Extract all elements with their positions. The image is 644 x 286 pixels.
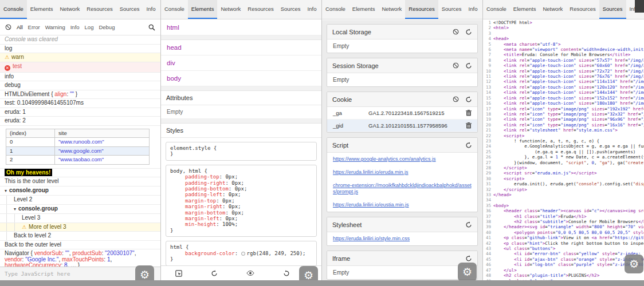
style-property-name: padding-left: [185, 192, 222, 197]
line-number: 20: [483, 122, 493, 128]
tab-sources[interactable]: Sources: [438, 0, 465, 19]
resource-link[interactable]: https://www.google-analytics.com/analyti…: [327, 153, 477, 166]
style-rule-close: }: [170, 151, 312, 157]
tab-sources[interactable]: Sources: [599, 0, 626, 19]
source-code: </script>: [493, 187, 644, 192]
log-segment: test: 0.10499998461455107ms: [5, 100, 84, 106]
tab-network[interactable]: Network: [539, 0, 566, 19]
line-number: 39: [483, 224, 493, 229]
element-node-head[interactable]: head: [161, 40, 321, 55]
refresh-icon[interactable]: [465, 221, 472, 228]
eruda-settings-button[interactable]: ⚙: [458, 263, 477, 281]
restore-icon[interactable]: [283, 270, 290, 277]
element-node-div[interactable]: div: [161, 55, 321, 71]
filter-log[interactable]: Log: [85, 24, 94, 30]
source-code: <meta charset="utf-8">: [493, 42, 644, 47]
tab-info[interactable]: Info: [304, 0, 320, 19]
tab-elements[interactable]: Elements: [510, 0, 540, 19]
log-segment: test: [13, 63, 22, 69]
resource-link[interactable]: https://eruda.liriliri.io/eustia.min.js: [327, 198, 477, 212]
tab-snippets[interactable]: Snippets: [159, 0, 160, 19]
tab-snippets[interactable]: Snippets: [320, 0, 321, 19]
console-row-group[interactable]: ▾console.group: [0, 186, 160, 196]
resource-card-title: Script: [332, 142, 348, 149]
source-code: <head>: [493, 36, 644, 41]
source-code: <polygon points="0,0 0,5 80,5 80,0 60,5 …: [493, 230, 644, 235]
style-property: background-color: rgb(248, 249, 250);: [170, 251, 312, 256]
source-line: 8 <link rel="apple-touch-icon" sizes="57…: [483, 58, 644, 63]
element-node-body[interactable]: body: [161, 71, 321, 86]
source-code: <link rel="apple-touch-icon" sizes="120x…: [493, 85, 644, 90]
style-property: padding-top: 0px;: [170, 174, 312, 180]
log-segment: debug: [5, 82, 21, 88]
console-row-log: test: 0.10499998461455107ms: [0, 99, 160, 108]
filter-info[interactable]: Info: [70, 24, 80, 30]
console-row-group[interactable]: ▾console.group: [0, 205, 160, 214]
eruda-devtools-screens: ConsoleElementsNetworkResourcesSourcesIn…: [0, 0, 644, 286]
element-node-html[interactable]: html: [161, 20, 321, 35]
line-number: 3: [483, 31, 493, 36]
tab-resources[interactable]: Resources: [244, 0, 277, 19]
refresh-icon[interactable]: [211, 270, 218, 277]
delete-cookie-icon[interactable]: [466, 110, 472, 116]
console-row-cleared: Console was cleared: [0, 35, 160, 45]
source-code: e.GoogleAnalyticsObject = g, e.ga = e.ga…: [493, 144, 644, 149]
toggle-visibility-icon[interactable]: [246, 271, 254, 276]
log-segment: Level 3: [22, 214, 40, 221]
resource-card-cookie: Cookie_gaGA1.2.701223418.1567519215_gidG…: [327, 92, 478, 133]
clear-icon[interactable]: [453, 29, 459, 35]
bottom-strip: [0, 280, 644, 286]
refresh-icon[interactable]: [465, 96, 472, 103]
tab-sources[interactable]: Sources: [277, 0, 304, 19]
line-number: 17: [483, 106, 493, 112]
table-row: 2"www.taobao.com": [6, 156, 150, 165]
tab-bar: ConsoleElementsNetworkResourcesSourcesIn…: [483, 0, 644, 19]
tab-network[interactable]: Network: [378, 0, 405, 19]
tab-elements[interactable]: Elements: [349, 0, 379, 19]
resource-card-header: Cookie: [327, 92, 477, 107]
source-line: 20 <link rel="icon" type="image/png" siz…: [483, 122, 644, 128]
refresh-icon[interactable]: [465, 255, 472, 262]
tab-network[interactable]: Network: [56, 0, 83, 19]
clear-icon[interactable]: [453, 62, 459, 69]
source-code: <link rel="apple-touch-icon" sizes="152x…: [493, 96, 644, 101]
tab-resources[interactable]: Resources: [405, 0, 438, 19]
tab-elements[interactable]: Elements: [188, 0, 218, 19]
tab-elements[interactable]: Elements: [27, 0, 57, 19]
table-header-row: (index)site: [6, 129, 150, 138]
tab-sources[interactable]: Sources: [116, 0, 143, 19]
clear-icon[interactable]: [453, 96, 459, 102]
filter-debug[interactable]: Debug: [99, 24, 115, 30]
refresh-icon[interactable]: [465, 62, 472, 69]
delete-cookie-icon[interactable]: [466, 122, 472, 129]
tab-console[interactable]: Console: [161, 0, 188, 19]
search-icon[interactable]: [148, 24, 155, 31]
tab-network[interactable]: Network: [217, 0, 244, 19]
resource-link[interactable]: https://eruda.liriliri.io/eruda.min.js: [327, 166, 477, 179]
source-line: 9 <link rel="apple-touch-icon" sizes="60…: [483, 63, 644, 68]
tab-snippets[interactable]: Snippets: [481, 0, 482, 19]
tab-console[interactable]: Console: [322, 0, 349, 19]
clear-console-icon[interactable]: [5, 24, 11, 30]
tab-resources[interactable]: Resources: [83, 0, 116, 19]
line-number: 31: [483, 181, 493, 186]
refresh-icon[interactable]: [465, 29, 472, 35]
tab-info[interactable]: Info: [465, 0, 481, 19]
select-element-icon[interactable]: [175, 270, 182, 277]
resource-link[interactable]: chrome-extension://mooikfkahbdckldjindio…: [327, 179, 477, 198]
refresh-icon[interactable]: [465, 142, 472, 149]
elements-body: htmlheaddivbodyAttributesEmptyStyleselem…: [161, 20, 321, 280]
tab-console[interactable]: Console: [0, 0, 27, 19]
filter-error[interactable]: Error: [28, 24, 40, 30]
console-row-log: Navigator { vendorSub: "", productSub: "…: [0, 249, 160, 267]
resource-link[interactable]: https://eruda.liriliri.io/style.min.css: [327, 232, 477, 245]
eruda-settings-button[interactable]: ⚙: [625, 255, 643, 273]
tab-resources[interactable]: Resources: [566, 0, 599, 19]
filter-all[interactable]: All: [17, 24, 23, 30]
filter-warning[interactable]: Warning: [45, 24, 65, 30]
line-number: 10: [483, 69, 493, 74]
tab-info[interactable]: Info: [143, 0, 159, 19]
tab-console[interactable]: Console: [483, 0, 510, 19]
line-number: 24: [483, 144, 493, 149]
source-line: 33</head>: [483, 192, 644, 197]
